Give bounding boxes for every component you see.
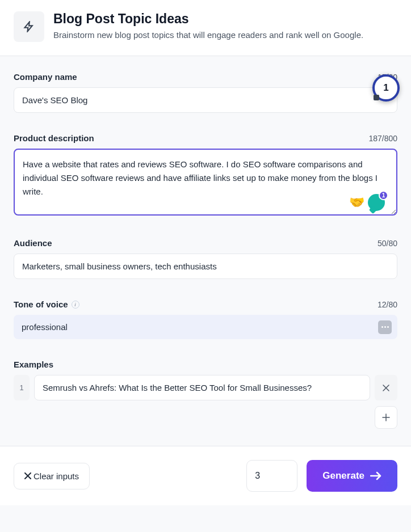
page-subtitle: Brainstorm new blog post topics that wil… [53,29,363,42]
chat-widget-icon[interactable]: 1 [368,194,385,211]
generate-button[interactable]: Generate [307,460,397,492]
description-input[interactable] [14,149,397,216]
examples-field: Examples 1 [14,360,397,429]
audience-input[interactable] [14,254,397,279]
description-label: Product description [14,133,94,143]
chat-notification-badge: 1 [379,191,388,200]
examples-label: Examples [14,360,53,369]
handshake-icon[interactable]: 🤝 [349,195,364,210]
info-icon[interactable]: i [72,301,79,309]
example-row: 1 [14,375,397,400]
company-field: Company name 15/80 1 [14,72,397,113]
plus-icon [382,413,390,421]
tone-options-icon[interactable] [378,320,392,334]
tone-field: Tone of voice i 12/80 [14,299,397,339]
page-header: Blog Post Topic Ideas Brainstorm new blo… [0,0,411,56]
example-number: 1 [14,375,30,400]
audience-count: 50/80 [378,239,397,248]
tone-count: 12/80 [378,300,397,309]
lightning-icon [14,11,44,42]
arrow-right-icon [370,471,381,480]
description-count: 187/800 [368,134,397,143]
audience-field: Audience 50/80 [14,238,397,279]
generate-count-input[interactable] [246,460,297,492]
company-input[interactable] [14,87,397,113]
add-example-button[interactable] [375,406,397,429]
close-icon [383,385,389,391]
floating-widgets: 🤝 1 [349,194,385,211]
audience-label: Audience [14,238,52,248]
tone-label: Tone of voice i [14,299,79,309]
close-icon [24,472,31,479]
example-input[interactable] [34,375,370,400]
tone-input[interactable] [14,315,397,339]
step-badge[interactable]: 1 [372,74,400,102]
description-field: Product description 187/800 🤝 1 [14,133,397,218]
form-area: Company name 15/80 1 Product description… [0,56,411,446]
company-label: Company name [14,72,77,82]
clear-inputs-button[interactable]: Clear inputs [14,463,90,489]
remove-example-button[interactable] [375,375,397,400]
footer-bar: Clear inputs Generate [0,446,411,505]
page-title: Blog Post Topic Ideas [53,11,363,27]
